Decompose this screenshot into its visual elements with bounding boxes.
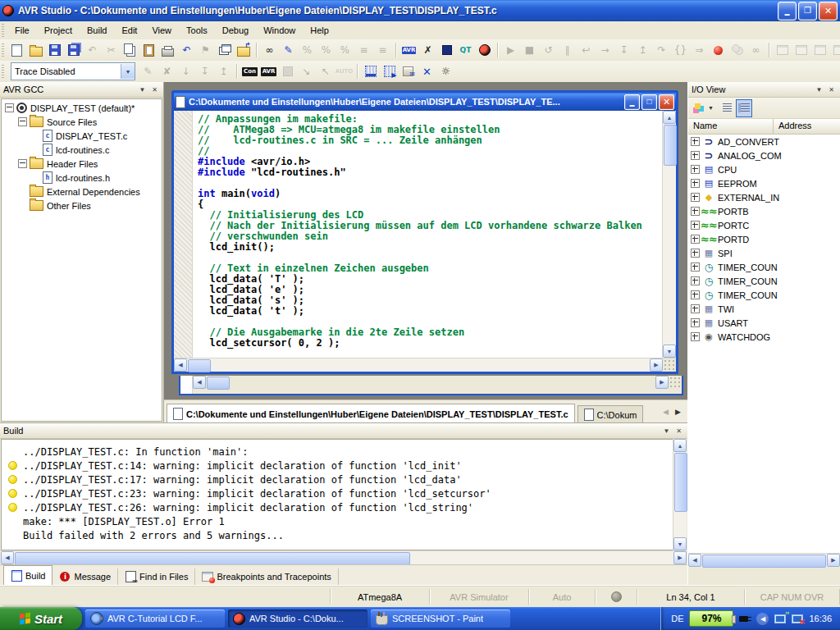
disassembler-window-button[interactable]	[830, 42, 840, 59]
memory-window-button[interactable]	[811, 42, 829, 59]
editor-selection-margin[interactable]	[174, 111, 193, 358]
expander-plus-icon[interactable]	[691, 332, 700, 341]
io-item-timer_coun[interactable]: ◷TIMER_COUN	[688, 260, 840, 274]
io-listview-button[interactable]	[736, 99, 752, 117]
scroll-track[interactable]	[673, 513, 687, 537]
io-item-usart[interactable]: ▦USART	[688, 316, 840, 330]
code-editor[interactable]: // Anpassungen im makefile:// ATMega8 =>…	[174, 111, 662, 358]
io-item-twi[interactable]: ▦TWI	[688, 302, 840, 316]
watch-window-button[interactable]	[774, 42, 792, 59]
connect-button[interactable]: Con	[241, 63, 259, 80]
panel-close-icon[interactable]: ✕	[673, 426, 684, 436]
pause-button[interactable]: ∥	[559, 42, 577, 59]
menu-project[interactable]: Project	[37, 23, 80, 38]
step-into-button[interactable]: ↧	[615, 42, 633, 59]
step-over-button[interactable]: ↷	[653, 42, 671, 59]
menu-view[interactable]: View	[144, 23, 179, 38]
step-back-button[interactable]: ↩	[578, 42, 596, 59]
scroll-left-icon[interactable]: ◀	[174, 358, 187, 372]
auto-connect-button[interactable]: AUTO	[336, 63, 354, 80]
compile-button[interactable]	[399, 63, 418, 80]
trace-mode-combo[interactable]: Trace Disabled▼	[11, 62, 135, 80]
menu-debug[interactable]: Debug	[215, 23, 256, 38]
taskbar-task[interactable]: AVR Studio - C:\Doku...	[228, 609, 368, 628]
expander-plus-icon[interactable]	[691, 165, 700, 174]
trace-down-button[interactable]: ↧	[196, 63, 214, 80]
trace-pin-button[interactable]: ✎	[139, 63, 158, 80]
expander-plus-icon[interactable]	[691, 235, 700, 244]
avr-prog-button[interactable]: AVR	[260, 63, 278, 80]
background-editor-window[interactable]: ◀ ▶	[179, 376, 683, 395]
stop-build-button[interactable]: ✕	[418, 63, 436, 80]
network-icon[interactable]	[774, 614, 786, 623]
io-item-ad_convert[interactable]: ⊃AD_CONVERT	[688, 135, 840, 148]
clear-bookmarks-button[interactable]: %	[336, 42, 354, 59]
menu-edit[interactable]: Edit	[114, 23, 144, 38]
scroll-up-icon[interactable]: ▲	[673, 439, 687, 452]
close-button[interactable]	[819, 2, 838, 21]
tree-item[interactable]: DISPLAY_TEST (default)*	[2, 101, 162, 115]
tree-item[interactable]: hlcd-routines.h	[2, 171, 162, 185]
tab-scroll-right-icon[interactable]: ▶	[672, 405, 684, 418]
io-item-watchdog[interactable]: ◉WATCHDOG	[688, 330, 840, 344]
rebuild-all-button[interactable]: ☼	[437, 63, 455, 80]
expander-plus-icon[interactable]	[691, 262, 700, 272]
remove-breakpoints-button[interactable]	[728, 42, 746, 59]
menu-file[interactable]: File	[7, 23, 37, 38]
tools-button[interactable]: ✗	[419, 42, 437, 59]
indent-button[interactable]: ≡	[355, 42, 373, 59]
cascade-windows-button[interactable]	[216, 42, 234, 59]
expander-plus-icon[interactable]	[691, 276, 700, 285]
bg-editor-hscrollbar[interactable]: ◀ ▶	[193, 376, 682, 389]
output-tab-message[interactable]: iMessage	[52, 568, 118, 585]
build-message[interactable]: ../DISPLAY_TEST.c: In function 'main':	[2, 445, 673, 459]
scroll-down-icon[interactable]: ▼	[663, 345, 676, 358]
find-button[interactable]: ∞	[261, 42, 279, 59]
scroll-thumb[interactable]	[207, 377, 230, 390]
scroll-track[interactable]	[411, 551, 673, 564]
stop-button[interactable]: ■	[521, 42, 539, 59]
expander-plus-icon[interactable]	[691, 179, 700, 188]
menu-window[interactable]: Window	[256, 23, 303, 38]
save-button[interactable]	[46, 42, 64, 59]
io-item-cpu[interactable]: ▤CPU	[688, 162, 840, 176]
tree-item[interactable]: Source Files	[2, 115, 162, 129]
build-message[interactable]: ../DISPLAY_TEST.c:14: warning: implicit …	[2, 459, 673, 472]
start-button[interactable]: Start	[0, 607, 82, 630]
copy-button[interactable]	[121, 42, 139, 59]
undo-button[interactable]: ↶	[178, 42, 196, 59]
run-to-cursor-button[interactable]: ⇒	[691, 42, 709, 59]
tree-item[interactable]: cDISPLAY_TEST.c	[2, 129, 162, 143]
io-item-eeprom[interactable]: ▤EEPROM	[688, 176, 840, 190]
column-address[interactable]: Address	[774, 119, 840, 134]
battery-indicator[interactable]: 97%	[689, 610, 733, 627]
io-item-portb[interactable]: ≈≈PORTB	[688, 204, 840, 218]
panel-menu-icon[interactable]: ▼	[137, 84, 148, 95]
expander-plus-icon[interactable]	[691, 193, 700, 202]
tree-item[interactable]: clcd-routines.c	[2, 143, 162, 157]
expander-plus-icon[interactable]	[691, 290, 700, 299]
build-button[interactable]	[362, 63, 380, 80]
undo-small-button[interactable]: ↶	[84, 42, 102, 59]
scroll-thumb[interactable]	[15, 552, 410, 565]
build-and-run-button[interactable]	[381, 63, 399, 80]
expander-minus-icon[interactable]	[18, 159, 27, 168]
column-name[interactable]: Name	[688, 119, 774, 134]
io-item-portd[interactable]: ≈≈PORTD	[688, 232, 840, 246]
avr-device-button[interactable]: AVR	[400, 42, 418, 59]
io-item-external_in[interactable]: ◆EXTERNAL_IN	[688, 190, 840, 204]
run-button[interactable]: ▶	[502, 42, 520, 59]
trace-clear-button[interactable]: ✘	[158, 63, 176, 80]
tree-item[interactable]: External Dependencies	[2, 185, 162, 199]
io-item-timer_coun[interactable]: ◷TIMER_COUN	[688, 288, 840, 302]
reset-button[interactable]: ↺	[540, 42, 558, 59]
io-item-spi[interactable]: ▦SPI	[688, 246, 840, 260]
build-messages[interactable]: ../DISPLAY_TEST.c: In function 'main':..…	[1, 439, 673, 550]
scroll-thumb[interactable]	[702, 555, 826, 568]
build-message[interactable]: ../DISPLAY_TEST.c:23: warning: implicit …	[2, 486, 673, 500]
expander-plus-icon[interactable]	[691, 318, 700, 327]
tray-collapse-icon[interactable]: ◀	[756, 613, 769, 625]
io-item-portc[interactable]: ≈≈PORTC	[688, 218, 840, 232]
chip-select-button[interactable]	[279, 63, 297, 80]
output-tab-build[interactable]: Build	[3, 565, 52, 585]
